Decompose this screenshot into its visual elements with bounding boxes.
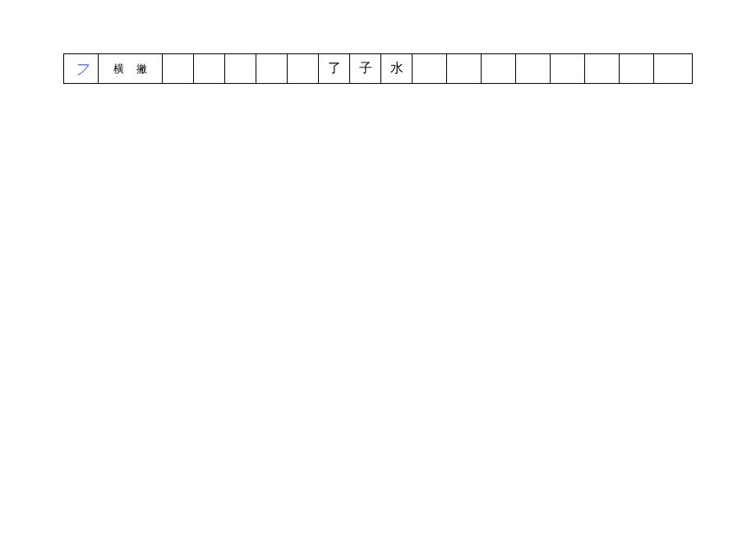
empty-cell: [585, 54, 620, 83]
example-char: 水: [390, 60, 403, 77]
empty-cell: [551, 54, 585, 83]
example-char: 子: [359, 60, 372, 77]
empty-cell: [654, 54, 689, 83]
stroke-symbol: フ: [74, 59, 89, 79]
empty-cell: [256, 54, 288, 83]
empty-cell: [194, 54, 225, 83]
empty-cell: [620, 54, 654, 83]
stroke-name-cell: 横 撇: [99, 54, 163, 83]
stroke-symbol-cell: フ: [64, 54, 99, 83]
example-char-cell: 了: [319, 54, 350, 83]
stroke-name: 横 撇: [113, 62, 152, 76]
empty-cell: [447, 54, 482, 83]
empty-cell: [288, 54, 319, 83]
example-char-cell: 水: [381, 54, 413, 83]
empty-cell: [413, 54, 447, 83]
empty-cell: [225, 54, 256, 83]
empty-cell: [516, 54, 551, 83]
empty-cell: [163, 54, 194, 83]
example-char: 了: [328, 60, 341, 77]
stroke-table: フ 横 撇 了 子 水: [63, 53, 693, 84]
example-char-cell: 子: [350, 54, 381, 83]
empty-cell: [482, 54, 516, 83]
